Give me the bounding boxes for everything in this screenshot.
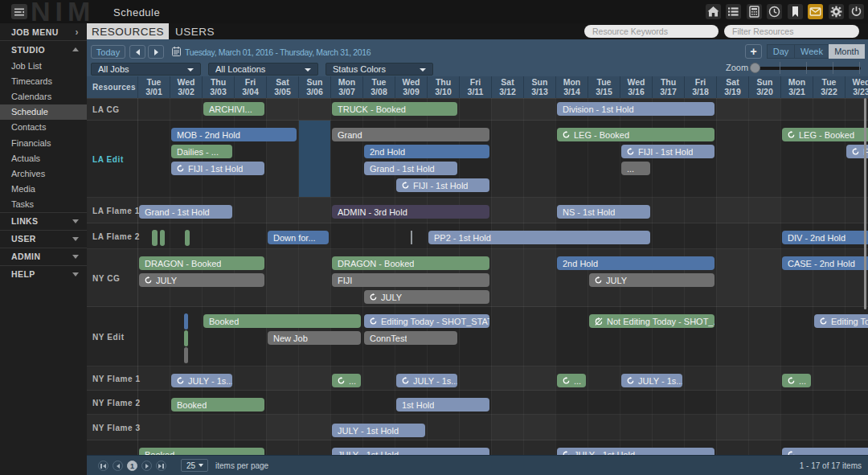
clock-button[interactable] (767, 4, 782, 19)
event-conntest[interactable]: ConnTest (364, 331, 457, 345)
event-item[interactable]: ... (557, 374, 586, 387)
home-button[interactable] (706, 4, 721, 19)
sidebar-section-studio[interactable]: STUDIO (0, 40, 87, 58)
event-editing-today-shot-stat[interactable]: Editing Today - SHOT_STAT... (364, 314, 489, 328)
event-july[interactable]: JULY (139, 273, 264, 287)
all-jobs-dropdown[interactable]: All Jobs (91, 63, 201, 76)
event-july[interactable]: JULY (589, 273, 714, 287)
event-dailies[interactable]: Dailies - ... (171, 145, 232, 158)
bookmark-button[interactable] (788, 4, 803, 19)
event-july-1s[interactable]: JULY - 1s... (621, 374, 682, 387)
last-page-button[interactable] (156, 461, 166, 471)
event-july-1st-hold[interactable]: JULY - 1st Hold (332, 424, 425, 437)
event-archivi[interactable]: ARCHIVI... (203, 102, 264, 116)
event-2nd-hold[interactable]: 2nd Hold (557, 256, 714, 270)
zoom-slider-thumb[interactable] (750, 63, 760, 73)
event-admin-3rd-hold[interactable]: ADMIN - 3rd Hold (332, 205, 489, 219)
event-editing-tod[interactable]: Editing Tod... (814, 314, 868, 328)
tab-users[interactable]: USERS (169, 23, 221, 39)
event-new-job[interactable]: New Job (268, 331, 361, 345)
filter-resources-input[interactable] (724, 25, 859, 38)
power-button[interactable] (849, 4, 864, 19)
event-grand-1st-hold[interactable]: Grand - 1st Hold (364, 162, 457, 175)
event-booked[interactable]: Booked (139, 448, 264, 455)
event-leg-booked[interactable]: LEG - Booked (782, 128, 868, 141)
event-dragon-booked[interactable]: DRAGON - Booked (139, 256, 264, 270)
event-booked[interactable]: Booked (171, 398, 264, 412)
sidebar-item-archives[interactable]: Archives (0, 166, 87, 181)
event-div-2nd-hold[interactable]: DIV - 2nd Hold (782, 231, 868, 244)
event-fiji-1st-hold[interactable]: FIJI - 1st Hold (171, 162, 264, 175)
event-july-1s[interactable]: JULY - 1s... (396, 374, 457, 387)
next-page-button[interactable] (141, 461, 152, 471)
view-month-button[interactable]: Month (829, 44, 865, 59)
event-item[interactable]: ... (621, 162, 650, 175)
today-button[interactable]: Today (91, 45, 125, 59)
event-fiji-1st-hold[interactable]: FIJI - 1st Hold (396, 178, 489, 192)
sidebar-item-tasks[interactable]: Tasks (0, 197, 87, 212)
sidebar-section-job-menu[interactable]: JOB MENU› (0, 23, 87, 40)
sidebar-item-contacts[interactable]: Contacts (0, 120, 87, 135)
event-july-1s[interactable]: JULY - 1s... (171, 374, 232, 387)
event-grand-1st-hold[interactable]: Grand - 1st Hold (139, 205, 232, 219)
event-2nd-hold[interactable]: 2nd Hold (364, 145, 489, 158)
event-leg-booked[interactable]: LEG - Booked (557, 128, 714, 141)
mini-event-pill[interactable] (152, 230, 158, 246)
prev-page-button[interactable] (113, 461, 123, 471)
resource-keywords-input[interactable] (584, 25, 719, 38)
sidebar-section-links[interactable]: LINKS (0, 212, 87, 230)
sidebar-item-media[interactable]: Media (0, 182, 87, 197)
calculator-button[interactable] (747, 4, 762, 19)
sidebar-section-help[interactable]: HELP (0, 265, 87, 283)
event-july[interactable]: JULY (364, 290, 489, 304)
sidebar-section-user[interactable]: USER (0, 230, 87, 248)
event-item[interactable]: ... (332, 374, 361, 387)
current-page-button[interactable]: 1 (127, 461, 137, 471)
menu-toggle-button[interactable] (11, 4, 27, 19)
event-not-editing-today-shot[interactable]: Not Editing Today - SHOT_... (589, 314, 714, 328)
date-range-label[interactable]: Tuesday, March 01, 2016 - Thursday, Marc… (185, 47, 371, 57)
event-july-1st-hold[interactable]: JULY - 1st Hold (332, 448, 489, 455)
event-bar[interactable] (782, 448, 868, 455)
event-item[interactable]: ... (782, 374, 811, 387)
event-ns-1st-hold[interactable]: NS - 1st Hold (557, 205, 650, 219)
event-booked[interactable]: Booked (203, 314, 361, 328)
event-down-for[interactable]: Down for... (268, 231, 329, 244)
sidebar-item-financials[interactable]: Financials (0, 135, 87, 150)
event-dragon-booked[interactable]: DRAGON - Booked (332, 256, 489, 270)
sidebar-item-job-list[interactable]: Job List (0, 58, 87, 73)
event-case-2nd-hold[interactable]: CASE - 2nd Hold (782, 256, 868, 270)
prev-period-button[interactable] (129, 45, 145, 59)
event-mob-2nd-hold[interactable]: MOB - 2nd Hold (171, 128, 297, 141)
event-grand[interactable]: Grand (332, 128, 489, 141)
event-july-1st-hold[interactable]: JULY - 1st Hold (557, 448, 714, 455)
event-division-1st-hold[interactable]: Division - 1st Hold (557, 102, 714, 116)
mini-event-pill[interactable] (184, 330, 188, 346)
event-marker-line[interactable] (411, 231, 412, 244)
tab-resources[interactable]: RESOURCES (87, 23, 169, 39)
sidebar-item-calendars[interactable]: Calendars (0, 88, 87, 104)
vertical-scrollbar[interactable] (864, 98, 866, 309)
sidebar-item-schedule[interactable]: Schedule (0, 104, 87, 120)
next-period-button[interactable] (148, 45, 164, 59)
add-event-button[interactable]: + (745, 44, 762, 59)
status-colors-dropdown[interactable]: Status Colors (326, 63, 433, 76)
gear-button[interactable] (829, 4, 844, 19)
event-fiji-1st-hold[interactable]: FIJI - 1st Hold (621, 145, 714, 158)
sidebar-item-timecards[interactable]: Timecards (0, 73, 87, 88)
sidebar-section-admin[interactable]: ADMIN (0, 248, 87, 265)
event-truck-booked[interactable]: TRUCK - Booked (332, 102, 457, 116)
mini-event-pill[interactable] (185, 230, 190, 246)
event-fiji[interactable]: FIJI (332, 273, 489, 287)
event-1st-hold[interactable]: 1st Hold (396, 398, 489, 412)
view-week-button[interactable]: Week (794, 44, 829, 59)
zoom-slider-track[interactable] (755, 67, 861, 70)
page-size-select[interactable]: 25 (181, 459, 208, 472)
first-page-button[interactable] (98, 461, 108, 471)
all-locations-dropdown[interactable]: All Locations (208, 63, 318, 76)
event-pp2-1st-hold[interactable]: PP2 - 1st Hold (428, 231, 650, 244)
mini-event-pill[interactable] (184, 347, 188, 363)
list-button[interactable] (726, 4, 741, 19)
sidebar-item-actuals[interactable]: Actuals (0, 150, 87, 166)
mini-event-pill[interactable] (160, 230, 165, 246)
